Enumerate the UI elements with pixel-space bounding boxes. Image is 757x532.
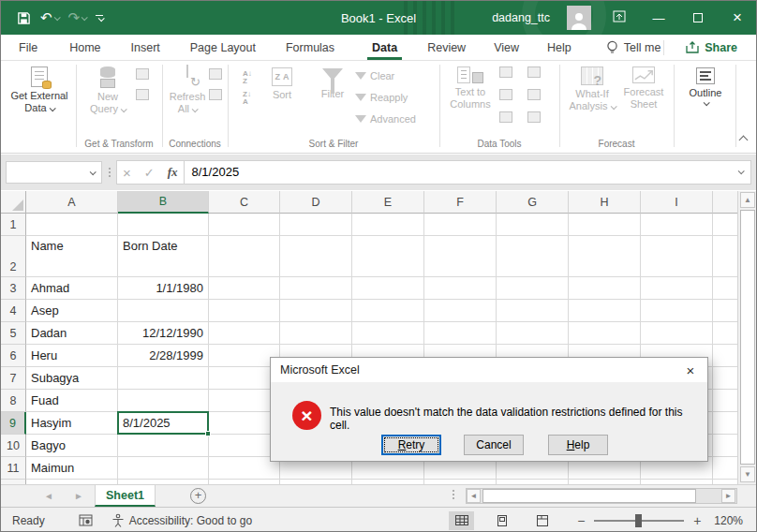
cell-C2[interactable] <box>209 236 280 277</box>
cell-A8[interactable]: Fuad <box>26 390 118 412</box>
refresh-all-button[interactable]: ↻ Refresh All <box>166 64 209 115</box>
row-header-10[interactable]: 10 <box>1 435 26 457</box>
what-if-analysis-button[interactable]: ? What-If Analysis <box>567 64 617 112</box>
add-sheet-button[interactable]: + <box>190 488 206 504</box>
row-header-8[interactable]: 8 <box>1 390 26 412</box>
cell-partial[interactable] <box>713 345 739 367</box>
ribbon-display-options-button[interactable] <box>608 10 631 25</box>
sheet-nav-right-icon[interactable]: ► <box>74 485 83 507</box>
insert-function-button[interactable]: fx <box>168 165 178 180</box>
cell-A5[interactable]: Dadan <box>26 322 118 345</box>
zoom-out-button[interactable]: − <box>575 513 586 528</box>
cell-E3[interactable] <box>352 277 424 300</box>
row-header-7[interactable]: 7 <box>1 367 26 390</box>
tab-insert[interactable]: Insert <box>119 35 172 60</box>
cell-B2[interactable]: Born Date <box>118 236 209 277</box>
zoom-slider-thumb[interactable] <box>635 514 642 527</box>
avatar[interactable] <box>567 6 591 30</box>
advanced-filter-button[interactable]: Advanced <box>355 113 416 125</box>
row-header-3[interactable]: 3 <box>1 277 26 300</box>
tab-help[interactable]: Help <box>535 35 584 60</box>
data-validation-icon[interactable] <box>499 111 512 123</box>
edit-links-icon[interactable] <box>209 89 222 100</box>
help-button[interactable]: Help <box>548 435 608 455</box>
reapply-filter-button[interactable]: Reapply <box>355 92 408 103</box>
column-header-partial[interactable] <box>713 191 739 214</box>
column-header-F[interactable]: F <box>424 191 497 214</box>
normal-view-button[interactable] <box>449 511 474 530</box>
scroll-right-button[interactable]: ► <box>721 489 735 503</box>
retry-button[interactable]: Retry <box>381 435 441 455</box>
cell-E1[interactable] <box>352 214 424 236</box>
cell-partial[interactable] <box>713 412 739 435</box>
sheet-nav-left-icon[interactable]: ◄ <box>44 485 53 507</box>
cell-E4[interactable] <box>352 300 424 322</box>
cell-partial[interactable] <box>713 367 739 390</box>
share-button[interactable]: Share <box>676 38 747 57</box>
filter-button[interactable]: Filter <box>314 64 351 100</box>
tab-scrollbar-splitter[interactable] <box>453 490 454 499</box>
column-header-A[interactable]: A <box>26 191 118 214</box>
cell-D2[interactable] <box>280 236 352 277</box>
dialog-close-button[interactable]: × <box>674 358 707 382</box>
relationships-icon[interactable] <box>527 89 541 100</box>
column-header-B[interactable]: B <box>118 191 209 214</box>
cell-G1[interactable] <box>497 214 569 236</box>
scroll-up-button[interactable]: ▲ <box>740 192 755 208</box>
cell-B7[interactable] <box>118 367 209 390</box>
cell-F3[interactable] <box>424 277 497 300</box>
new-query-button[interactable]: New Query <box>83 64 132 115</box>
fill-handle[interactable] <box>205 431 211 436</box>
outline-button[interactable]: Outline <box>681 64 730 106</box>
customize-qat-button[interactable] <box>93 13 106 23</box>
forecast-sheet-button[interactable]: Forecast Sheet <box>619 64 668 111</box>
cell-E2[interactable] <box>352 236 424 277</box>
cell-G5[interactable] <box>497 322 569 345</box>
tab-view[interactable]: View <box>482 35 531 60</box>
name-box-dropdown-icon[interactable] <box>90 169 96 175</box>
cell-C1[interactable] <box>209 214 280 236</box>
cell-E5[interactable] <box>352 322 424 345</box>
sort-button[interactable]: ZA Sort <box>263 64 301 101</box>
cell-H2[interactable] <box>569 236 641 277</box>
horizontal-scrollbar[interactable]: ◄ ► <box>466 488 737 504</box>
row-header-4[interactable]: 4 <box>1 300 26 322</box>
scroll-left-button[interactable]: ◄ <box>467 489 481 503</box>
cell-partial[interactable] <box>713 457 739 480</box>
cell-A2[interactable]: Name <box>26 236 118 277</box>
cell-D5[interactable] <box>280 322 352 345</box>
cell-I3[interactable] <box>641 277 713 300</box>
cell-partial[interactable] <box>713 214 739 236</box>
cell-partial[interactable] <box>713 322 739 345</box>
tab-review[interactable]: Review <box>415 35 478 60</box>
cell-G4[interactable] <box>497 300 569 322</box>
undo-dropdown-icon[interactable] <box>53 14 60 21</box>
close-button[interactable]: × <box>726 8 749 27</box>
row-header-6[interactable]: 6 <box>1 345 26 367</box>
cell-F2[interactable] <box>424 236 497 277</box>
user-name[interactable]: dadang_ttc <box>492 11 550 24</box>
sheet-tab-sheet1[interactable]: Sheet1 <box>95 485 156 507</box>
macro-record-button[interactable] <box>79 514 93 526</box>
minimize-button[interactable]: — <box>647 11 670 25</box>
tab-home[interactable]: Home <box>57 35 112 60</box>
cell-B8[interactable] <box>118 390 209 412</box>
cell-I5[interactable] <box>641 322 713 345</box>
cell-H5[interactable] <box>569 322 641 345</box>
cell-A7[interactable]: Subagya <box>26 367 118 390</box>
cell-partial[interactable] <box>713 236 739 277</box>
cell-partial[interactable] <box>713 300 739 322</box>
cell-I1[interactable] <box>641 214 713 236</box>
formula-cancel-button[interactable]: × <box>123 165 131 181</box>
cell-B6[interactable]: 2/28/1999 <box>118 345 209 367</box>
maximize-button[interactable] <box>687 11 709 25</box>
page-layout-view-button[interactable] <box>489 511 514 530</box>
sort-ascending-icon[interactable]: A↓Z <box>243 70 252 85</box>
cell-C5[interactable] <box>209 322 280 345</box>
cell-I4[interactable] <box>641 300 713 322</box>
column-header-D[interactable]: D <box>280 191 352 214</box>
redo-button[interactable]: ↷ <box>66 7 90 28</box>
select-all-corner[interactable] <box>1 191 26 214</box>
consolidate-icon[interactable] <box>527 66 541 78</box>
clear-filter-button[interactable]: Clear <box>355 70 394 81</box>
